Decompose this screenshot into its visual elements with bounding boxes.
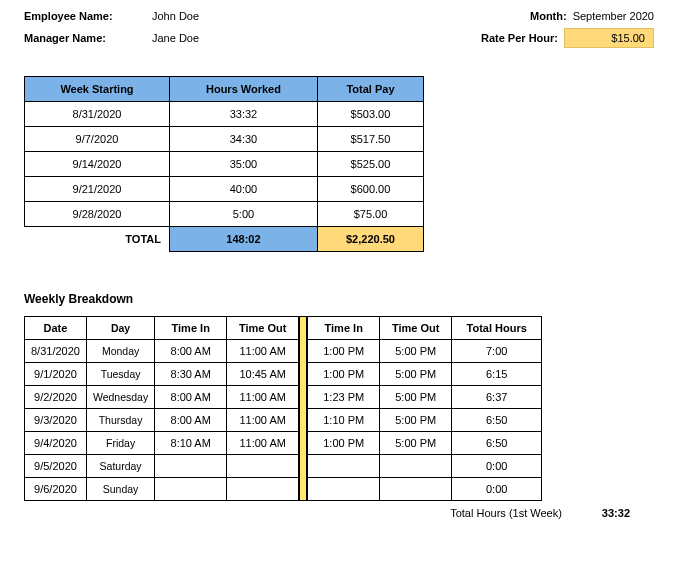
cell-date: 9/4/2020 [25, 432, 87, 455]
cell-day: Wednesday [86, 386, 154, 409]
cell-tout2: 5:00 PM [380, 340, 452, 363]
cell-tout1 [227, 478, 299, 501]
table-row: 1:23 PM5:00 PM6:37 [308, 386, 542, 409]
rate-value: $15.00 [564, 28, 654, 48]
col-day: Day [86, 317, 154, 340]
cell-pay: $503.00 [317, 102, 423, 127]
summary-table: Week Starting Hours Worked Total Pay 8/3… [24, 76, 424, 252]
cell-tin1: 8:00 AM [155, 409, 227, 432]
col-time-in-1: Time In [155, 317, 227, 340]
cell-tout2: 5:00 PM [380, 409, 452, 432]
table-row: 9/6/2020Sunday [25, 478, 299, 501]
cell-total: 0:00 [452, 478, 542, 501]
table-row: 0:00 [308, 455, 542, 478]
cell-tout1: 10:45 AM [227, 363, 299, 386]
cell-tout2: 5:00 PM [380, 363, 452, 386]
col-time-in-2: Time In [308, 317, 380, 340]
table-row: 8/31/2020Monday8:00 AM11:00 AM [25, 340, 299, 363]
breakdown-footer-value: 33:32 [602, 507, 630, 519]
cell-pay: $600.00 [317, 177, 423, 202]
table-row: 9/21/202040:00$600.00 [25, 177, 424, 202]
breakdown-table-left: Date Day Time In Time Out 8/31/2020Monda… [24, 316, 299, 501]
cell-tout2: 5:00 PM [380, 386, 452, 409]
cell-tout1: 11:00 AM [227, 340, 299, 363]
table-row: 9/2/2020Wednesday8:00 AM11:00 AM [25, 386, 299, 409]
cell-hours: 5:00 [170, 202, 318, 227]
cell-week: 9/28/2020 [25, 202, 170, 227]
cell-week: 9/14/2020 [25, 152, 170, 177]
cell-tin1: 8:00 AM [155, 386, 227, 409]
table-row: 9/7/202034:30$517.50 [25, 127, 424, 152]
table-row: 1:00 PM5:00 PM6:50 [308, 432, 542, 455]
breakdown-footer-label: Total Hours (1st Week) [450, 507, 562, 519]
cell-tin1: 8:10 AM [155, 432, 227, 455]
cell-tout2 [380, 455, 452, 478]
employee-name-label: Employee Name: [24, 10, 134, 22]
cell-hours: 35:00 [170, 152, 318, 177]
cell-tout2 [380, 478, 452, 501]
month-value: September 2020 [573, 10, 654, 22]
cell-day: Tuesday [86, 363, 154, 386]
breakdown-table-right: Time In Time Out Total Hours 1:00 PM5:00… [307, 316, 542, 501]
cell-date: 9/6/2020 [25, 478, 87, 501]
cell-tin2: 1:00 PM [308, 340, 380, 363]
breakdown-wrap: Date Day Time In Time Out 8/31/2020Monda… [24, 316, 654, 501]
table-row: 9/4/2020Friday8:10 AM11:00 AM [25, 432, 299, 455]
cell-tout1: 11:00 AM [227, 409, 299, 432]
table-row: 9/3/2020Thursday8:00 AM11:00 AM [25, 409, 299, 432]
cell-total: 6:15 [452, 363, 542, 386]
cell-date: 9/2/2020 [25, 386, 87, 409]
table-row: 1:00 PM5:00 PM6:15 [308, 363, 542, 386]
manager-name-label: Manager Name: [24, 32, 134, 44]
col-time-out-1: Time Out [227, 317, 299, 340]
rate-label: Rate Per Hour: [481, 32, 558, 44]
cell-day: Friday [86, 432, 154, 455]
cell-week: 9/21/2020 [25, 177, 170, 202]
col-date: Date [25, 317, 87, 340]
cell-pay: $75.00 [317, 202, 423, 227]
cell-day: Monday [86, 340, 154, 363]
cell-tout1: 11:00 AM [227, 432, 299, 455]
cell-tin1 [155, 478, 227, 501]
cell-pay: $525.00 [317, 152, 423, 177]
table-row: 9/1/2020Tuesday8:30 AM10:45 AM [25, 363, 299, 386]
cell-tin2: 1:10 PM [308, 409, 380, 432]
table-row: 1:00 PM5:00 PM7:00 [308, 340, 542, 363]
cell-total: 6:50 [452, 409, 542, 432]
manager-name-value: Jane Doe [152, 32, 199, 44]
cell-total: 0:00 [452, 455, 542, 478]
cell-tin2: 1:00 PM [308, 363, 380, 386]
cell-pay: $517.50 [317, 127, 423, 152]
cell-week: 9/7/2020 [25, 127, 170, 152]
summary-total-hours: 148:02 [170, 227, 318, 252]
cell-tin1: 8:00 AM [155, 340, 227, 363]
col-week-starting: Week Starting [25, 77, 170, 102]
summary-total-label: TOTAL [25, 227, 170, 252]
cell-tout2: 5:00 PM [380, 432, 452, 455]
cell-tin2: 1:00 PM [308, 432, 380, 455]
cell-tin2 [308, 455, 380, 478]
employee-name-value: John Doe [152, 10, 199, 22]
table-row: 9/14/202035:00$525.00 [25, 152, 424, 177]
cell-date: 8/31/2020 [25, 340, 87, 363]
table-row: 9/5/2020Saturday [25, 455, 299, 478]
col-time-out-2: Time Out [380, 317, 452, 340]
cell-day: Saturday [86, 455, 154, 478]
table-row: 8/31/202033:32$503.00 [25, 102, 424, 127]
cell-tin1: 8:30 AM [155, 363, 227, 386]
cell-tout1 [227, 455, 299, 478]
cell-hours: 40:00 [170, 177, 318, 202]
cell-tin2 [308, 478, 380, 501]
cell-total: 7:00 [452, 340, 542, 363]
summary-total-pay: $2,220.50 [317, 227, 423, 252]
breakdown-divider [299, 316, 307, 501]
month-label: Month: [530, 10, 567, 22]
cell-date: 9/5/2020 [25, 455, 87, 478]
cell-hours: 33:32 [170, 102, 318, 127]
col-hours-worked: Hours Worked [170, 77, 318, 102]
breakdown-title: Weekly Breakdown [24, 292, 654, 306]
cell-tin2: 1:23 PM [308, 386, 380, 409]
cell-day: Sunday [86, 478, 154, 501]
cell-total: 6:50 [452, 432, 542, 455]
cell-day: Thursday [86, 409, 154, 432]
